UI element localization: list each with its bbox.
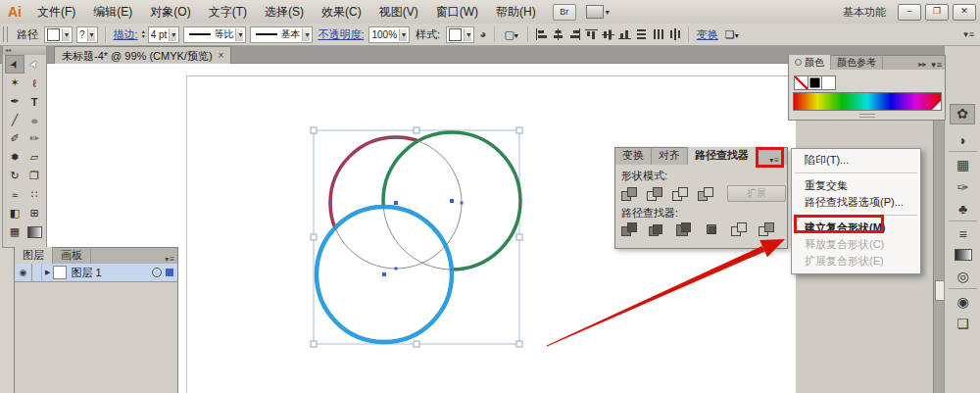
type-tool[interactable]: T <box>24 92 44 111</box>
shape-builder-tool[interactable]: ◧ <box>5 204 24 222</box>
white-swatch[interactable] <box>821 75 836 90</box>
merge-button[interactable] <box>676 222 693 236</box>
gradient-icon[interactable] <box>945 248 980 264</box>
tab-color[interactable]: 颜色 <box>789 55 831 70</box>
align-left-button[interactable] <box>535 28 548 40</box>
align-v-center-button[interactable] <box>602 28 614 40</box>
menu-window[interactable]: 窗口(W) <box>427 0 487 24</box>
tab-transform[interactable]: 变换 <box>615 147 652 165</box>
visibility-eye-icon[interactable]: ◉ <box>15 264 32 281</box>
brushes-icon[interactable]: ✑ <box>945 179 980 195</box>
target-circle-icon[interactable] <box>152 268 162 277</box>
gradient-tool[interactable] <box>24 222 44 241</box>
fill-color-dropdown[interactable]: ▾ <box>44 26 73 43</box>
direct-selection-tool[interactable]: ➤ <box>24 55 44 74</box>
rotate-tool[interactable]: ↻ <box>5 167 24 185</box>
symbols-icon[interactable]: ♣ <box>945 201 980 217</box>
white-corner[interactable] <box>932 101 941 110</box>
trim-button[interactable] <box>649 222 665 236</box>
arrange-documents-button[interactable]: ▾ <box>586 5 610 19</box>
minus-back-button[interactable] <box>759 222 775 236</box>
controlbar-grip[interactable] <box>3 26 8 42</box>
transparency-icon[interactable]: ◎ <box>945 269 980 284</box>
unite-button[interactable] <box>621 187 638 201</box>
color-icon[interactable]: ✿ <box>950 104 975 124</box>
transform-panel-link[interactable]: 变换 <box>697 27 718 42</box>
crop-button[interactable] <box>704 222 720 236</box>
ellipse-tool[interactable]: ● <box>24 111 44 129</box>
selection-tool[interactable]: ➤ <box>5 55 24 74</box>
tab-align[interactable]: 对齐 <box>652 147 688 165</box>
intersect-button[interactable] <box>672 187 689 201</box>
isolate-selected-dropdown[interactable]: ❏▾ <box>725 28 739 41</box>
document-tab[interactable]: 未标题-4* @ 99% (CMYK/预览) × <box>54 46 231 64</box>
appearance-icon[interactable]: ◉ <box>945 294 980 310</box>
distribute-h-button[interactable] <box>652 28 664 40</box>
menu-item-release-compound-shape[interactable]: 释放复合形状(C) <box>792 236 920 253</box>
workspace-switcher[interactable]: 基本功能 <box>843 5 886 20</box>
minimize-button[interactable]: – <box>898 4 921 21</box>
menu-edit[interactable]: 编辑(E) <box>84 0 141 24</box>
distribute-center-button[interactable] <box>668 28 681 40</box>
line-tool[interactable]: ╱ <box>5 111 24 129</box>
eraser-tool[interactable]: ▱ <box>24 148 44 167</box>
perspective-grid-tool[interactable]: ⊞ <box>24 204 44 222</box>
menu-item-expand-compound-shape[interactable]: 扩展复合形状(E) <box>792 253 920 270</box>
outline-button[interactable] <box>731 222 748 236</box>
menu-type[interactable]: 文字(T) <box>200 0 256 24</box>
stroke-weight-dropdown[interactable]: 4 pt▾ <box>148 26 180 43</box>
expand-triangle-icon[interactable]: ▶ <box>42 269 53 276</box>
select-similar-dropdown[interactable]: ▢▾ <box>504 28 517 41</box>
paintbrush-tool[interactable]: ✐ <box>5 129 24 148</box>
menu-object[interactable]: 对象(O) <box>141 0 199 24</box>
restore-button[interactable]: ❐ <box>925 4 949 21</box>
magic-wand-tool[interactable]: ✶ <box>5 74 24 92</box>
stroke-weight-stepper[interactable]: ▴▾ <box>142 29 145 39</box>
opacity-panel-link[interactable]: 不透明度: <box>318 27 364 42</box>
brush-definition-dropdown[interactable]: 基本▾ <box>250 26 313 43</box>
layers-panel-menu[interactable]: ▾≡ <box>165 255 177 264</box>
tab-layers[interactable]: 图层 <box>15 247 53 264</box>
expand-arrows-icon[interactable]: ▸▸ <box>918 60 926 70</box>
width-tool[interactable]: ≈ <box>5 185 24 204</box>
selection-indicator[interactable] <box>166 269 173 276</box>
menu-item-pathfinder-options[interactable]: 路径查找器选项(P)... <box>792 194 920 211</box>
align-bottom-button[interactable] <box>618 28 631 40</box>
align-right-button[interactable] <box>568 28 581 40</box>
menu-effect[interactable]: 效果(C) <box>313 0 370 24</box>
menu-file[interactable]: 文件(F) <box>28 0 84 24</box>
menu-select[interactable]: 选择(S) <box>256 0 313 24</box>
mesh-tool[interactable]: ▦ <box>5 222 24 241</box>
width-profile-dropdown[interactable]: 等比▾ <box>183 26 246 43</box>
layer-thumbnail[interactable] <box>53 266 67 279</box>
opacity-dropdown[interactable]: 100%▾ <box>368 26 410 43</box>
tab-pathfinder[interactable]: 路径查找器 <box>688 147 757 165</box>
menu-view[interactable]: 视图(V) <box>370 0 427 24</box>
layer-row[interactable]: ◉ ▶ 图层 1 <box>15 264 177 282</box>
distribute-v-button[interactable] <box>635 28 648 40</box>
black-swatch[interactable] <box>808 75 822 90</box>
exclude-button[interactable] <box>698 187 714 201</box>
color-panel-menu[interactable]: ▾≡ <box>931 60 942 70</box>
align-h-center-button[interactable] <box>552 28 564 40</box>
lasso-tool[interactable]: ℓ <box>24 74 44 92</box>
bridge-button[interactable]: Br <box>553 4 576 21</box>
artboard-tool[interactable]: ❐ <box>24 167 44 185</box>
stroke-color-dropdown[interactable]: ?▾ <box>76 26 98 43</box>
minus-front-button[interactable] <box>647 187 663 201</box>
tab-close-icon[interactable]: × <box>219 48 224 64</box>
menu-help[interactable]: 帮助(H) <box>487 0 545 24</box>
style-dropdown[interactable]: ▾ <box>446 26 474 43</box>
free-transform-tool[interactable]: ∷ <box>24 185 44 204</box>
tab-color-guide[interactable]: 颜色参考 <box>831 55 883 70</box>
none-swatch[interactable] <box>794 75 808 90</box>
swatches-icon[interactable]: ▦ <box>945 157 980 172</box>
menu-item-repeat-intersect[interactable]: 重复交集 <box>792 177 920 194</box>
tools-panel-header[interactable]: ◂◂ <box>3 46 46 55</box>
panel-resize-grip[interactable] <box>859 114 875 118</box>
controlbar-panel-menu[interactable]: ▾≡ <box>963 29 980 39</box>
color-guide-icon[interactable]: ◗ <box>945 132 980 148</box>
layer-name[interactable]: 图层 1 <box>71 266 101 280</box>
stroke-icon[interactable]: ≡ <box>945 226 980 242</box>
pen-tool[interactable]: ✒ <box>5 92 24 111</box>
